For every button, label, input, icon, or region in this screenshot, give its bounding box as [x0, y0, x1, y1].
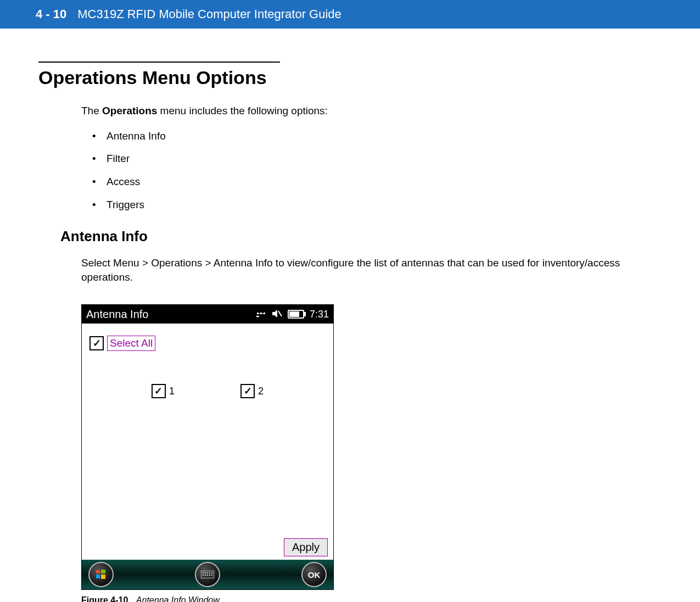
- figure-label: Figure 4-10: [81, 595, 128, 602]
- figure-title: Antenna Info Window: [136, 595, 220, 602]
- volume-icon: [272, 309, 282, 320]
- subsection-text: Select Menu > Operations > Antenna Info …: [81, 256, 662, 284]
- svg-rect-11: [203, 572, 204, 573]
- document-title: MC319Z RFID Mobile Computer Integrator G…: [77, 7, 341, 21]
- list-item: Antenna Info: [92, 129, 662, 143]
- network-icon: [256, 309, 267, 320]
- svg-rect-18: [207, 575, 208, 576]
- antenna-1[interactable]: ✓ 1: [152, 384, 175, 398]
- select-all-label[interactable]: Select All: [107, 336, 155, 351]
- subsection-heading: Antenna Info: [60, 228, 662, 245]
- battery-icon: [288, 310, 304, 319]
- select-all-checkbox[interactable]: ✓: [89, 336, 104, 350]
- svg-rect-13: [207, 572, 208, 573]
- svg-rect-17: [205, 575, 206, 576]
- list-item: Access: [92, 175, 662, 189]
- page-number: 4 - 10: [36, 7, 66, 21]
- section-intro: The Operations menu includes the followi…: [81, 104, 662, 118]
- document-header: 4 - 10 MC319Z RFID Mobile Computer Integ…: [0, 0, 700, 29]
- svg-marker-3: [256, 315, 258, 317]
- svg-rect-20: [211, 575, 212, 576]
- ok-button[interactable]: OK: [301, 562, 327, 587]
- svg-line-5: [278, 311, 282, 316]
- list-item: Triggers: [92, 198, 662, 212]
- clock: 7:31: [310, 309, 329, 319]
- list-item: Filter: [92, 152, 662, 166]
- svg-rect-7: [101, 570, 105, 573]
- svg-rect-19: [209, 575, 210, 576]
- keyboard-button[interactable]: [195, 562, 220, 587]
- device-softkey-bar: OK: [82, 560, 333, 589]
- svg-rect-8: [96, 575, 100, 578]
- apply-button[interactable]: Apply: [284, 538, 328, 556]
- svg-rect-14: [209, 572, 210, 573]
- svg-rect-16: [203, 575, 204, 576]
- start-button[interactable]: [88, 562, 114, 587]
- window-title: Antenna Info: [86, 308, 148, 321]
- section-rule: [38, 62, 280, 63]
- svg-rect-15: [211, 572, 212, 573]
- antenna-1-label: 1: [169, 386, 175, 397]
- svg-rect-6: [96, 570, 100, 573]
- antenna-2-checkbox[interactable]: ✓: [240, 384, 255, 398]
- device-titlebar: Antenna Info: [82, 305, 333, 324]
- device-screenshot: Antenna Info: [81, 304, 334, 590]
- section-heading: Operations Menu Options: [38, 67, 662, 88]
- figure-caption: Figure 4-10 Antenna Info Window: [81, 595, 662, 602]
- svg-marker-4: [272, 310, 277, 317]
- svg-rect-9: [101, 575, 105, 579]
- antenna-1-checkbox[interactable]: ✓: [152, 384, 166, 398]
- antenna-2[interactable]: ✓ 2: [240, 384, 264, 398]
- svg-rect-12: [205, 572, 206, 573]
- options-list: Antenna Info Filter Access Triggers: [92, 129, 662, 212]
- antenna-2-label: 2: [258, 386, 264, 397]
